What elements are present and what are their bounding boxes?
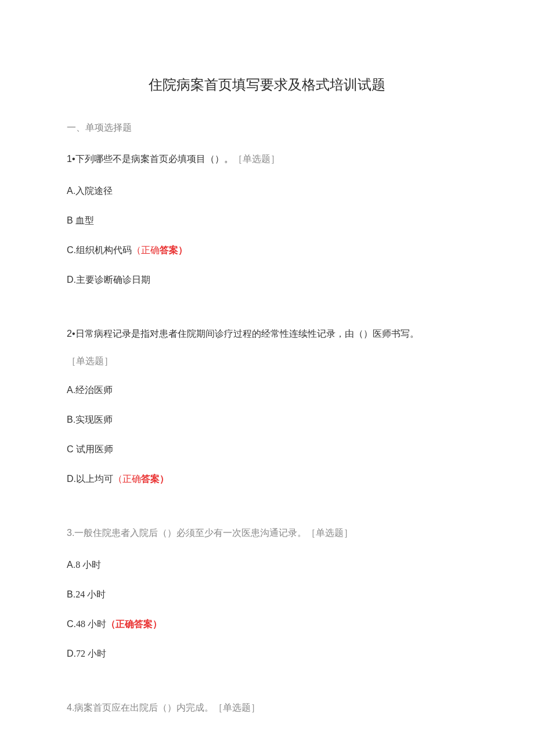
q2-option-a: A.经治医师 <box>67 383 467 397</box>
q1-option-b: B 血型 <box>67 214 467 228</box>
q2-c-letter: C <box>67 444 76 454</box>
q3-d-letter: D. <box>67 649 76 658</box>
q3-number: 3. <box>67 528 74 538</box>
question-2: 2•日常病程记录是指对患者住院期间诊疗过程的经常性连续性记录，由（）医师书写。 … <box>67 326 467 487</box>
q1-c-letter: C. <box>67 245 76 255</box>
q3-a-letter: A. <box>67 560 75 570</box>
q1-option-c: C.组织机构代码（正确答案） <box>67 243 467 257</box>
q3-option-c: C.48 小时（正确答案） <box>67 617 467 631</box>
q2-number: 2• <box>67 329 75 339</box>
q1-option-d: D.主要诊断确诊日期 <box>67 273 467 287</box>
q1-c-answer-bold: 答案） <box>160 245 187 255</box>
q3-d-text: 72 小时 <box>76 649 106 658</box>
question-1: 1•下列哪些不是病案首页必填项目（）。［单选题］ A.入院途径 B 血型 C.组… <box>67 152 467 287</box>
q3-b-letter: B. <box>67 589 75 599</box>
q3-c-text: 48 小时 <box>76 619 106 629</box>
q2-c-text: 试用医师 <box>76 444 113 454</box>
q1-d-text: 主要诊断确诊日期 <box>76 275 150 285</box>
q1-c-text: 组织机构代码 <box>76 245 132 255</box>
document-title: 住院病案首页填写要求及格式培训试题 <box>67 75 467 94</box>
q3-option-b: B.24 小时 <box>67 588 467 602</box>
q3-option-d: D.72 小时 <box>67 647 467 661</box>
q2-b-text: 实现医师 <box>75 415 113 424</box>
q2-a-text: 经治医师 <box>75 385 113 395</box>
q3-c-letter: C. <box>67 619 76 629</box>
question-3-stem: 3.一般住院患者入院后（）必须至少有一次医患沟通记录。［单选题］ <box>67 525 467 541</box>
q2-d-answer-bold: 答案） <box>141 474 169 484</box>
q1-text: 下列哪些不是病案首页必填项目（）。 <box>75 154 233 164</box>
q2-b-letter: B. <box>67 415 75 424</box>
question-4: 4.病案首页应在出院后（）内完成。［单选题］ <box>67 700 467 715</box>
q2-option-c: C 试用医师 <box>67 442 467 456</box>
q3-a-text: 8 小时 <box>75 560 101 570</box>
q4-number: 4. <box>67 703 74 712</box>
q2-tag: ［单选题］ <box>67 355 467 368</box>
q3-b-text: 24 小时 <box>75 589 106 599</box>
section-header: 一、单项选择题 <box>67 122 467 134</box>
q1-d-letter: D. <box>67 275 76 285</box>
q1-option-a: A.入院途径 <box>67 184 467 198</box>
question-2-stem: 2•日常病程记录是指对患者住院期间诊疗过程的经常性连续性记录，由（）医师书写。 <box>67 326 467 341</box>
q1-b-text: 血型 <box>75 215 94 225</box>
q3-option-a: A.8 小时 <box>67 558 467 572</box>
q1-a-text: 入院途径 <box>75 186 113 196</box>
q3-c-answer: （正确答案） <box>106 619 162 629</box>
q2-d-answer-open: （正确 <box>113 474 141 484</box>
q1-c-answer-open: （正确 <box>132 245 160 255</box>
q2-option-d: D.以上均可（正确答案） <box>67 472 467 486</box>
q1-a-letter: A. <box>67 186 75 196</box>
q2-text: 日常病程记录是指对患者住院期间诊疗过程的经常性连续性记录，由（）医师书写。 <box>75 329 419 339</box>
q1-b-letter: B <box>67 215 75 225</box>
q2-option-b: B.实现医师 <box>67 413 467 427</box>
q3-text: 一般住院患者入院后（）必须至少有一次医患沟通记录。 <box>74 528 306 538</box>
q1-number: 1• <box>67 154 75 164</box>
question-1-stem: 1•下列哪些不是病案首页必填项目（）。［单选题］ <box>67 152 467 167</box>
q2-a-letter: A. <box>67 385 75 395</box>
question-3: 3.一般住院患者入院后（）必须至少有一次医患沟通记录。［单选题］ A.8 小时 … <box>67 525 467 661</box>
q1-tag: ［单选题］ <box>233 154 280 164</box>
q2-d-text: 以上均可 <box>76 474 113 484</box>
q4-text: 病案首页应在出院后（）内完成。 <box>74 703 214 712</box>
q4-tag: ［单选题］ <box>214 703 260 712</box>
question-4-stem: 4.病案首页应在出院后（）内完成。［单选题］ <box>67 700 467 715</box>
q2-d-letter: D. <box>67 474 76 484</box>
q3-tag: ［单选题］ <box>306 528 353 538</box>
